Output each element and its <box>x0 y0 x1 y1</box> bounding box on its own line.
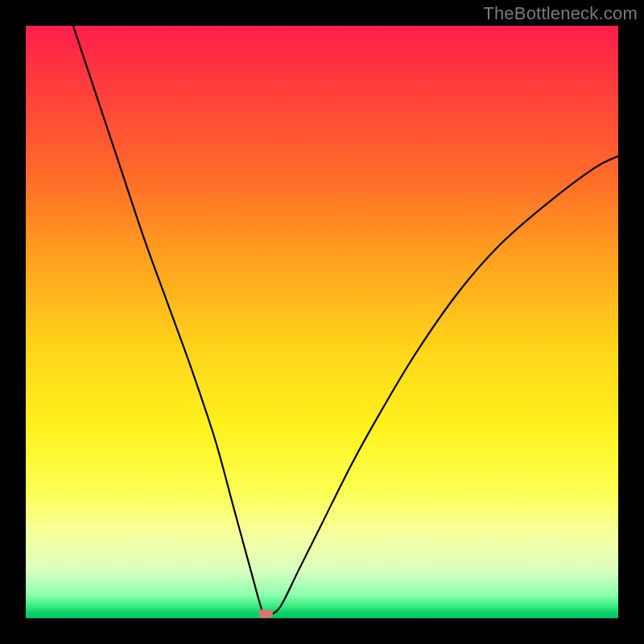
bottleneck-curve <box>26 26 618 618</box>
watermark-text: TheBottleneck.com <box>483 3 638 24</box>
minimum-marker <box>258 609 273 618</box>
plot-area <box>26 26 618 618</box>
curve-line <box>73 26 618 617</box>
chart-frame: TheBottleneck.com <box>0 0 644 644</box>
